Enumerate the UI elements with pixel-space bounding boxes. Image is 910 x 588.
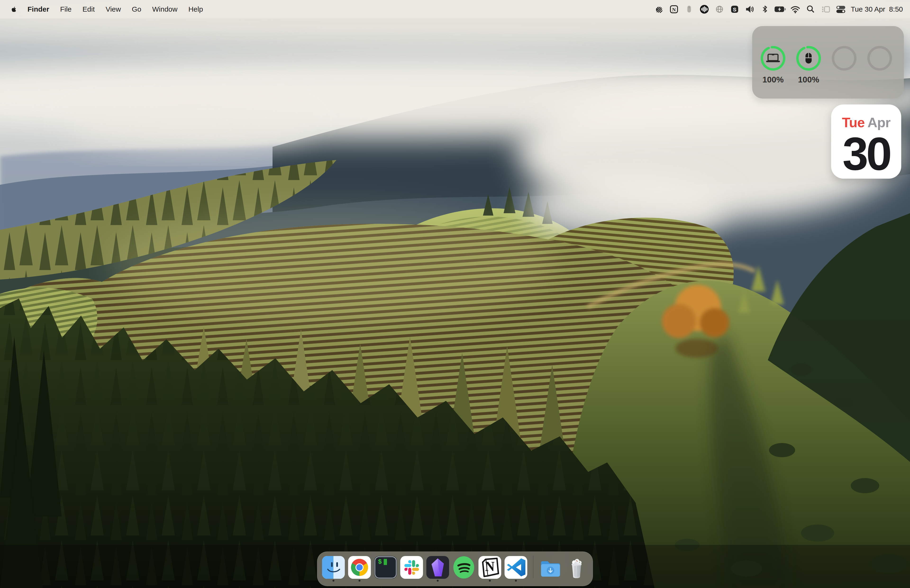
rewind-striped-app-icon[interactable] <box>651 0 666 18</box>
running-indicator <box>359 580 360 582</box>
battery-slot-mouse: 100% <box>796 45 821 71</box>
dock-item-finder[interactable] <box>322 556 345 582</box>
dock-item-vscode[interactable] <box>504 556 527 582</box>
menu-file[interactable]: File <box>55 5 77 13</box>
menu-clock[interactable]: Tue 30 Apr 8:50 <box>851 5 903 13</box>
calendar-widget[interactable]: TueApr 30 <box>831 105 901 179</box>
spotlight-search-icon[interactable] <box>803 0 818 18</box>
dock-item-chrome[interactable] <box>348 556 371 582</box>
globe-icon[interactable] <box>712 0 727 18</box>
dock-item-obsidian[interactable] <box>426 556 449 582</box>
battery-widget[interactable]: 100% 100% <box>752 26 904 99</box>
notion-letter: N <box>478 559 501 574</box>
wifi-icon[interactable] <box>788 0 803 18</box>
terminal-prompt: $ <box>378 558 382 565</box>
volume-icon[interactable] <box>742 0 757 18</box>
krisp-waveform-icon[interactable] <box>697 0 712 18</box>
dock: $ <box>317 551 593 586</box>
running-indicator <box>437 580 439 582</box>
laptop-battery-ring <box>760 45 786 71</box>
running-indicator <box>515 580 517 582</box>
dock-item-notion[interactable]: N <box>478 556 501 582</box>
vscode-icon <box>504 556 527 579</box>
dock-item-spotify[interactable] <box>453 556 475 582</box>
slack-icon <box>400 556 423 579</box>
obsidian-icon <box>426 556 449 579</box>
magic-mouse-icon[interactable] <box>682 0 697 18</box>
dock-item-terminal[interactable]: $ <box>374 556 397 582</box>
running-indicator <box>489 580 491 582</box>
clock-date: Tue 30 Apr <box>851 5 885 13</box>
menu-bar-left: Finder File Edit View Go Window Help <box>0 5 209 13</box>
menu-edit[interactable]: Edit <box>77 5 100 13</box>
finder-icon <box>322 556 345 579</box>
mouse-battery-ring <box>796 45 821 71</box>
laptop-icon <box>766 54 780 62</box>
battery-slot-laptop: 100% <box>760 45 786 71</box>
calendar-day: 30 <box>831 131 901 177</box>
menu-bar: Finder File Edit View Go Window Help <box>0 0 910 18</box>
apple-logo-icon <box>11 5 17 13</box>
dock-item-downloads[interactable] <box>539 556 562 582</box>
battery-slots: 100% 100% <box>752 26 904 99</box>
battery-charging-icon[interactable] <box>773 0 788 18</box>
running-indicator <box>333 580 335 582</box>
control-center-icon[interactable] <box>833 0 849 18</box>
dock-item-slack[interactable] <box>400 556 423 582</box>
desktop: Finder File Edit View Go Window Help <box>0 0 910 588</box>
terminal-cursor <box>384 559 387 565</box>
menu-bar-status: N <box>651 0 910 18</box>
svg-text:N: N <box>672 7 676 13</box>
notion-menubar-icon[interactable]: N <box>666 0 682 18</box>
apple-menu[interactable] <box>11 5 17 13</box>
clock-time: 8:50 <box>889 5 903 13</box>
mouse-battery-level: 100% <box>796 75 821 84</box>
svg-text:S: S <box>733 6 736 13</box>
s-app-icon[interactable]: S <box>727 0 742 18</box>
stage-manager-icon[interactable] <box>818 0 833 18</box>
downloads-folder-icon <box>539 556 562 579</box>
trash-full-icon <box>565 556 588 579</box>
bluetooth-icon[interactable] <box>757 0 773 18</box>
battery-slot-empty-2 <box>867 45 892 71</box>
chrome-icon <box>348 556 371 579</box>
spotify-icon <box>453 556 475 579</box>
mouse-icon <box>805 53 811 63</box>
app-menu-finder[interactable]: Finder <box>22 5 55 13</box>
dock-divider <box>533 556 533 578</box>
menu-help[interactable]: Help <box>183 5 209 13</box>
menu-go[interactable]: Go <box>126 5 147 13</box>
laptop-battery-level: 100% <box>760 75 786 84</box>
dock-item-trash[interactable] <box>565 556 588 582</box>
menu-window[interactable]: Window <box>147 5 183 13</box>
menu-view[interactable]: View <box>100 5 126 13</box>
battery-slot-empty-1 <box>831 45 857 71</box>
